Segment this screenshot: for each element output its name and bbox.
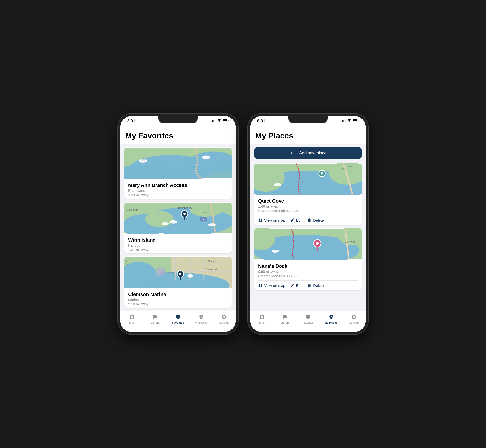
edit-btn-nanas-dock[interactable]: Edit [290,283,302,288]
phone-myplaces: 8:31 My Places + Add new place [248,114,368,334]
view-on-map-icon-quiet-cove [258,218,263,222]
card-body-nanas-dock: Nana's Dock 0.98 mi away Created Mon Feb… [254,260,362,290]
battery-icon [223,119,229,122]
tab-myplaces-right[interactable]: My Places [320,314,343,324]
map-thumb-nanas-dock: Hwy 187 S [254,228,362,260]
svg-point-62 [321,172,323,175]
wifi-icon-right [347,119,351,122]
svg-text:✈: ✈ [158,271,160,274]
screen-title-left: My Favorites [125,131,231,140]
tab-favorites-right[interactable]: Favorites [296,314,320,324]
svg-rect-5 [223,119,227,121]
svg-rect-50 [345,119,345,122]
tab-map-right[interactable]: Map [250,314,273,324]
card-actions-clemson: View on map Delete [128,307,228,308]
svg-text:Hwy: Hwy [341,167,345,170]
edit-icon-quiet-cove [290,218,294,222]
tab-myplaces-label-left: My Places [195,321,207,324]
tab-myplaces-icon-left [198,314,204,320]
delete-btn-quiet-cove[interactable]: Delete [307,218,324,222]
svg-point-24 [170,220,177,223]
card-distance-mary-ann: 3.59 mi away [128,193,228,197]
svg-point-23 [161,222,169,225]
card-mary-ann: Mary Ann Branch Access Boat Launch 3.59 … [124,147,232,199]
card-name-nanas-dock: Nana's Dock [258,264,358,269]
map-svg-nanas-dock: Hwy 187 S [254,228,362,260]
svg-text:le Springs: le Springs [127,209,138,211]
svg-point-47 [187,274,193,278]
card-name-mary-ann: Mary Ann Branch Access [128,183,228,188]
card-created-quiet-cove: Created Mon Feb 03 2025 [258,209,358,213]
map-svg-clemson: n vs Spring Valley Berkele Briarwood ✈ C… [124,256,232,288]
signal-icon-right [342,119,346,122]
tab-myplaces-left[interactable]: My Places [190,314,213,324]
svg-text:Berkele: Berkele [208,260,216,262]
svg-text:Allen: Allen [348,165,352,168]
svg-text:n: n [126,260,127,262]
tab-settings-icon-left [221,314,227,320]
card-body-winn-island: Winn Island Hangout 1.27 mi away View on… [124,234,232,254]
tab-current-right[interactable]: Current [273,314,296,324]
current-tab-icon [152,314,158,320]
card-clemson-marina: n vs Spring Valley Berkele Briarwood ✈ C… [124,256,232,308]
notch [158,116,198,123]
card-body-quiet-cove: Quiet Cove 1.46 mi away Created Mon Feb … [254,195,362,225]
myplaces-scroll: + Add new place [250,144,366,311]
add-icon [289,151,294,155]
add-new-place-button[interactable]: + Add new place [254,147,362,159]
screen-header-left: My Favorites [120,128,236,144]
tab-current-label-right: Current [281,321,290,324]
view-on-map-icon-nanas-dock [258,283,263,288]
card-type-mary-ann: Boat Launch [128,189,228,193]
svg-point-60 [274,183,281,186]
screen-title-right: My Places [255,131,361,140]
svg-text:187: 187 [201,218,205,221]
card-actions-winn-island: View on map Delete [128,253,228,254]
map-svg-quiet-cove: Hwy Allen [254,163,362,195]
card-created-nanas-dock: Created Mon Feb 03 2025 [258,274,358,278]
tab-current-icon-left [152,314,158,320]
tab-settings-label-right: Settings [349,321,359,324]
svg-text:Briarwood: Briarwood [206,268,217,271]
tab-favorites-icon-right [305,314,311,320]
tab-map-label-right: Map [259,321,264,324]
tab-settings-right[interactable]: Settings [343,314,366,324]
svg-rect-3 [216,119,217,122]
tab-current-left[interactable]: Current [143,314,166,324]
card-winn-island: le Springs Fairfield Acres 185 187 [124,202,232,254]
svg-point-25 [208,223,216,226]
tab-settings-label-left: Settings [219,321,229,324]
card-type-clemson: Marina [128,298,228,302]
tab-map-icon-right [259,314,265,320]
tab-current-label-left: Current [151,321,160,324]
tab-myplaces-icon-right [328,314,334,320]
map-thumb-winn-island: le Springs Fairfield Acres 185 187 [124,202,232,234]
tab-settings-left[interactable]: Settings [213,314,236,324]
svg-text:Hwy 187 S: Hwy 187 S [344,241,355,243]
tab-favorites-left[interactable]: Favorites [166,314,190,324]
card-actions-quiet-cove: View on map Edit Delete [258,215,358,222]
wifi-icon [217,119,221,122]
svg-rect-0 [212,120,213,122]
svg-point-46 [179,273,182,275]
status-icons-right [342,119,359,122]
status-time-left: 8:31 [127,119,135,123]
card-name-winn-island: Winn Island [128,237,228,243]
map-svg-mary-ann [124,147,232,179]
card-distance-clemson: 2.10 mi away [128,302,228,306]
card-quiet-cove: Hwy Allen Quiet Cove 1.46 mi away Create… [254,163,362,225]
tab-map-left[interactable]: Map [120,314,143,324]
favorites-tab-icon-right [305,314,311,320]
view-on-map-btn-quiet-cove[interactable]: View on map [258,218,285,222]
svg-rect-51 [346,119,346,122]
tab-map-label-left: Map [129,321,134,324]
card-distance-winn-island: 1.27 mi away [128,248,228,252]
svg-text:185: 185 [204,211,208,214]
svg-point-17 [190,203,222,217]
view-on-map-btn-nanas-dock[interactable]: View on map [258,283,285,288]
edit-btn-quiet-cove[interactable]: Edit [290,218,302,222]
svg-rect-1 [214,120,214,122]
svg-rect-11 [141,159,145,161]
delete-btn-nanas-dock[interactable]: Delete [307,283,324,288]
svg-rect-49 [344,120,344,122]
